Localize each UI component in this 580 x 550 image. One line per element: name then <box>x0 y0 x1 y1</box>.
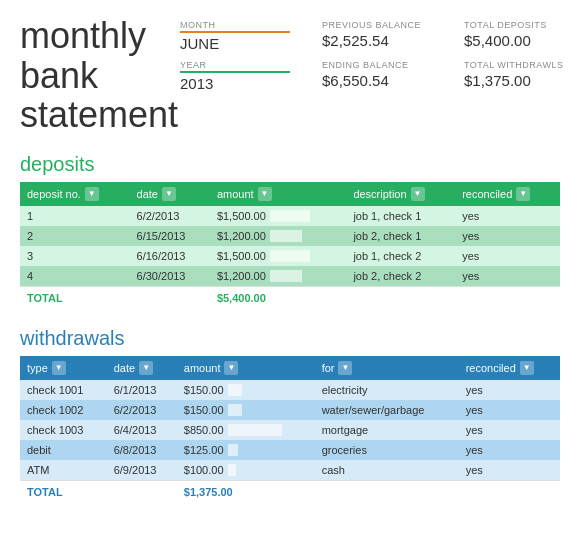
stat-total-deposits-value: $5,400.00 <box>464 32 574 49</box>
stat-month-value: JUNE <box>180 35 290 52</box>
deposits-row: 1 6/2/2013 $1,500.00 job 1, check 1 yes <box>20 206 560 226</box>
withdrawal-for: electricity <box>315 380 459 400</box>
deposits-col-no-filter[interactable]: ▼ <box>85 187 99 201</box>
deposits-table: deposit no. ▼ date ▼ amount ▼ descriptio… <box>20 182 560 309</box>
withdrawal-date: 6/4/2013 <box>107 420 177 440</box>
withdrawal-type: debit <box>20 440 107 460</box>
withdrawal-type: check 1002 <box>20 400 107 420</box>
withdrawals-total-row: TOTAL $1,375.00 <box>20 480 560 503</box>
withdrawal-amount: $100.00 <box>177 460 315 481</box>
deposits-section-title: deposits <box>20 153 560 176</box>
withdrawal-amount: $850.00 <box>177 420 315 440</box>
withdrawal-date: 6/9/2013 <box>107 460 177 481</box>
withdrawals-header-row: type ▼ date ▼ amount ▼ for ▼ <box>20 356 560 380</box>
deposits-total-value: $5,400.00 <box>210 286 347 309</box>
stat-year-value: 2013 <box>180 75 290 92</box>
stats-row-1: MONTH JUNE PREVIOUS BALANCE $2,525.54 TO… <box>180 20 574 52</box>
deposits-col-description-filter[interactable]: ▼ <box>411 187 425 201</box>
withdrawals-row: debit 6/8/2013 $125.00 groceries yes <box>20 440 560 460</box>
deposits-col-reconciled-filter[interactable]: ▼ <box>516 187 530 201</box>
deposits-row: 4 6/30/2013 $1,200.00 job 2, check 2 yes <box>20 266 560 287</box>
withdrawals-col-amount: amount ▼ <box>177 356 315 380</box>
deposits-col-reconciled: reconciled ▼ <box>455 182 560 206</box>
deposit-description: job 2, check 1 <box>346 226 455 246</box>
withdrawals-row: ATM 6/9/2013 $100.00 cash yes <box>20 460 560 481</box>
deposit-amount: $1,200.00 <box>210 226 347 246</box>
deposits-header-row: deposit no. ▼ date ▼ amount ▼ descriptio… <box>20 182 560 206</box>
stat-total-withdrawls-label: TOTAL WITHDRAWLS <box>464 60 574 70</box>
stat-total-withdrawls-value: $1,375.00 <box>464 72 574 89</box>
deposit-date: 6/16/2013 <box>130 246 210 266</box>
withdrawal-reconciled: yes <box>459 460 560 481</box>
stat-ending-balance-value: $6,550.54 <box>322 72 432 89</box>
withdrawals-col-for: for ▼ <box>315 356 459 380</box>
title-block: monthly bank statement <box>20 16 180 135</box>
deposit-reconciled: yes <box>455 246 560 266</box>
stats-row-2: YEAR 2013 ENDING BALANCE $6,550.54 TOTAL… <box>180 60 574 92</box>
deposits-total-label: TOTAL <box>20 286 210 309</box>
withdrawal-date: 6/1/2013 <box>107 380 177 400</box>
withdrawal-for: water/sewer/garbage <box>315 400 459 420</box>
deposit-reconciled: yes <box>455 226 560 246</box>
stat-year: YEAR 2013 <box>180 60 290 92</box>
deposit-description: job 1, check 2 <box>346 246 455 266</box>
withdrawal-type: ATM <box>20 460 107 481</box>
page-title: monthly bank statement <box>20 16 180 135</box>
withdrawal-date: 6/8/2013 <box>107 440 177 460</box>
stat-prev-balance-label: PREVIOUS BALANCE <box>322 20 432 30</box>
deposits-col-amount-filter[interactable]: ▼ <box>258 187 272 201</box>
deposit-amount: $1,500.00 <box>210 246 347 266</box>
deposit-reconciled: yes <box>455 266 560 287</box>
withdrawals-col-date: date ▼ <box>107 356 177 380</box>
stat-total-withdrawls: TOTAL WITHDRAWLS $1,375.00 <box>464 60 574 92</box>
withdrawals-col-for-filter[interactable]: ▼ <box>338 361 352 375</box>
withdrawal-reconciled: yes <box>459 380 560 400</box>
deposit-no: 2 <box>20 226 130 246</box>
stat-month: MONTH JUNE <box>180 20 290 52</box>
withdrawals-col-type-filter[interactable]: ▼ <box>52 361 66 375</box>
deposits-row: 2 6/15/2013 $1,200.00 job 2, check 1 yes <box>20 226 560 246</box>
deposits-total-row: TOTAL $5,400.00 <box>20 286 560 309</box>
withdrawals-col-type: type ▼ <box>20 356 107 380</box>
withdrawals-row: check 1003 6/4/2013 $850.00 mortgage yes <box>20 420 560 440</box>
withdrawal-amount: $125.00 <box>177 440 315 460</box>
deposit-date: 6/15/2013 <box>130 226 210 246</box>
withdrawals-col-amount-filter[interactable]: ▼ <box>224 361 238 375</box>
deposits-col-date: date ▼ <box>130 182 210 206</box>
deposit-description: job 1, check 1 <box>346 206 455 226</box>
deposits-col-date-filter[interactable]: ▼ <box>162 187 176 201</box>
stat-prev-balance: PREVIOUS BALANCE $2,525.54 <box>322 20 432 52</box>
deposit-no: 4 <box>20 266 130 287</box>
deposits-col-no: deposit no. ▼ <box>20 182 130 206</box>
deposit-reconciled: yes <box>455 206 560 226</box>
deposits-col-amount: amount ▼ <box>210 182 347 206</box>
withdrawals-col-date-filter[interactable]: ▼ <box>139 361 153 375</box>
stat-year-label: YEAR <box>180 60 290 73</box>
deposit-no: 3 <box>20 246 130 266</box>
stat-ending-balance-label: ENDING BALANCE <box>322 60 432 70</box>
stat-ending-balance: ENDING BALANCE $6,550.54 <box>322 60 432 92</box>
withdrawal-for: groceries <box>315 440 459 460</box>
header-area: monthly bank statement MONTH JUNE PREVIO… <box>20 16 560 135</box>
deposit-description: job 2, check 2 <box>346 266 455 287</box>
withdrawals-total-value: $1,375.00 <box>177 480 315 503</box>
deposits-col-description: description ▼ <box>346 182 455 206</box>
withdrawal-date: 6/2/2013 <box>107 400 177 420</box>
withdrawal-type: check 1003 <box>20 420 107 440</box>
withdrawal-type: check 1001 <box>20 380 107 400</box>
withdrawals-col-reconciled-filter[interactable]: ▼ <box>520 361 534 375</box>
stat-total-deposits-label: TOTAL DEPOSITS <box>464 20 574 30</box>
deposit-date: 6/30/2013 <box>130 266 210 287</box>
stat-total-deposits: TOTAL DEPOSITS $5,400.00 <box>464 20 574 52</box>
withdrawals-section-title: withdrawals <box>20 327 560 350</box>
deposit-no: 1 <box>20 206 130 226</box>
stats-block: MONTH JUNE PREVIOUS BALANCE $2,525.54 TO… <box>180 16 574 92</box>
withdrawal-reconciled: yes <box>459 400 560 420</box>
withdrawal-amount: $150.00 <box>177 380 315 400</box>
withdrawal-reconciled: yes <box>459 440 560 460</box>
withdrawals-row: check 1002 6/2/2013 $150.00 water/sewer/… <box>20 400 560 420</box>
withdrawal-amount: $150.00 <box>177 400 315 420</box>
stat-month-label: MONTH <box>180 20 290 33</box>
deposit-date: 6/2/2013 <box>130 206 210 226</box>
withdrawals-row: check 1001 6/1/2013 $150.00 electricity … <box>20 380 560 400</box>
